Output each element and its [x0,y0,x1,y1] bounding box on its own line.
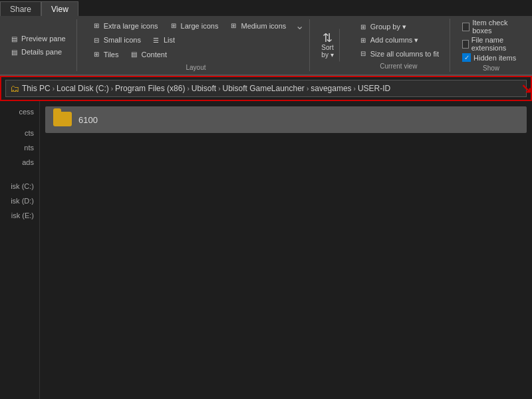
size-columns-btn[interactable]: ⊟ Size all columns to fit [354,48,443,60]
sidebar-item-documents[interactable]: nts [0,141,39,154]
medium-icons-btn[interactable]: ⊞ Medium icons [225,20,290,32]
large-icons-icon: ⊞ [169,21,178,31]
list-btn[interactable]: ☰ List [148,34,179,46]
folder-icon [53,112,72,128]
sidebar-item-projects[interactable]: cts [0,126,39,140]
preview-pane-btn[interactable]: ▤ Preview pane [5,33,70,45]
sidebar-item-downloads[interactable]: ads [0,156,39,169]
folder-home-icon: 🗂 [10,83,19,94]
file-name-extensions[interactable]: File name extensions [462,36,520,52]
file-ext-checkbox[interactable] [462,40,469,49]
folder-name: 6100 [78,115,98,125]
show-label: Show [462,65,520,72]
hidden-checkbox[interactable]: ✓ [462,53,471,62]
size-columns-icon: ⊟ [358,49,368,59]
tab-view[interactable]: View [41,1,78,16]
add-columns-icon: ⊞ [358,36,368,45]
small-icons-icon: ⊟ [92,35,101,45]
item-check-checkbox[interactable] [462,23,469,31]
extra-large-icon: ⊞ [92,21,101,31]
ribbon-tabs: Share View [0,0,532,16]
address-bar[interactable]: 🗂 This PC › Local Disk (C:) › Program Fi… [5,80,527,97]
tiles-btn[interactable]: ⊞ Tiles [88,49,123,61]
current-view-label: Current view [354,63,443,70]
add-columns-btn[interactable]: ⊞ Add columns ▾ [354,35,443,47]
large-icons-btn[interactable]: ⊞ Large icons [165,20,223,32]
bc-localc[interactable]: Local Disk (C:) [57,84,109,93]
sidebar-item-desktop[interactable] [0,120,39,125]
content-btn[interactable]: ▤ Content [125,49,171,61]
layout-row-1: ⊞ Extra large icons ⊞ Large icons ⊞ Medi… [88,19,305,32]
bc-programfiles[interactable]: Program Files (x86) [115,84,185,93]
group-by-icon: ⊞ [358,23,368,32]
bc-ubisoft[interactable]: Ubisoft [192,84,216,93]
sort-icon: ⇅ [323,32,332,44]
details-pane-btn[interactable]: ▤ Details pane [5,46,70,58]
tab-share[interactable]: Share [0,1,41,16]
show-section: Item check boxes File name extensions ✓ … [456,19,527,72]
sort-by-btn[interactable]: ⇅ Sort by ▾ [315,29,339,62]
layout-label: Layout [88,64,305,71]
group-by-btn[interactable]: ⊞ Group by ▾ [354,21,443,33]
sidebar-item-access[interactable]: cess [0,105,39,118]
layout-row-2: ⊟ Small icons ☰ List [88,34,305,46]
sidebar-item-disk-e[interactable]: isk (E:) [0,209,39,222]
breadcrumb: This PC › Local Disk (C:) › Program File… [22,84,390,93]
sidebar-item-disk-d[interactable]: isk (D:) [0,194,39,207]
item-check-boxes[interactable]: Item check boxes [462,19,520,35]
sidebar-item-disk-c[interactable]: isk (C:) [0,180,39,193]
extra-large-btn[interactable]: ⊞ Extra large icons [88,20,162,32]
preview-pane-icon: ▤ [9,34,19,43]
bc-gamelauncher[interactable]: Ubisoft GameLauncher [222,84,304,93]
medium-icons-icon: ⊞ [229,21,238,31]
bc-savegames[interactable]: savegames [311,84,351,93]
details-pane-icon: ▤ [9,47,19,57]
bc-userid[interactable]: USER-ID [358,84,390,93]
list-icon: ☰ [152,35,161,45]
tiles-icon: ⊞ [92,50,101,59]
address-bar-container: 🗂 This PC › Local Disk (C:) › Program Fi… [0,76,532,101]
small-icons-btn[interactable]: ⊟ Small icons [88,34,145,46]
red-arrow-indicator: ↘ [521,80,532,96]
main-layout: cess cts nts ads isk (C:) isk (D:) isk (… [0,101,532,399]
ribbon-content: ▤ Preview pane ▤ Details pane ⊞ Extra la… [0,16,532,76]
sidebar: cess cts nts ads isk (C:) isk (D:) isk (… [0,101,40,399]
bc-thispc[interactable]: This PC [22,84,51,93]
content-area: 6100 [40,101,532,399]
folder-6100[interactable]: 6100 [45,106,527,133]
layout-row-3: ⊞ Tiles ▤ Content [88,49,305,61]
current-view-section: ⊞ Group by ▾ ⊞ Add columns ▾ ⊟ Size all … [348,19,450,72]
hidden-items[interactable]: ✓ Hidden items [462,53,520,62]
expand-btn[interactable]: ⌄ [295,19,304,32]
content-icon: ▤ [129,50,138,59]
